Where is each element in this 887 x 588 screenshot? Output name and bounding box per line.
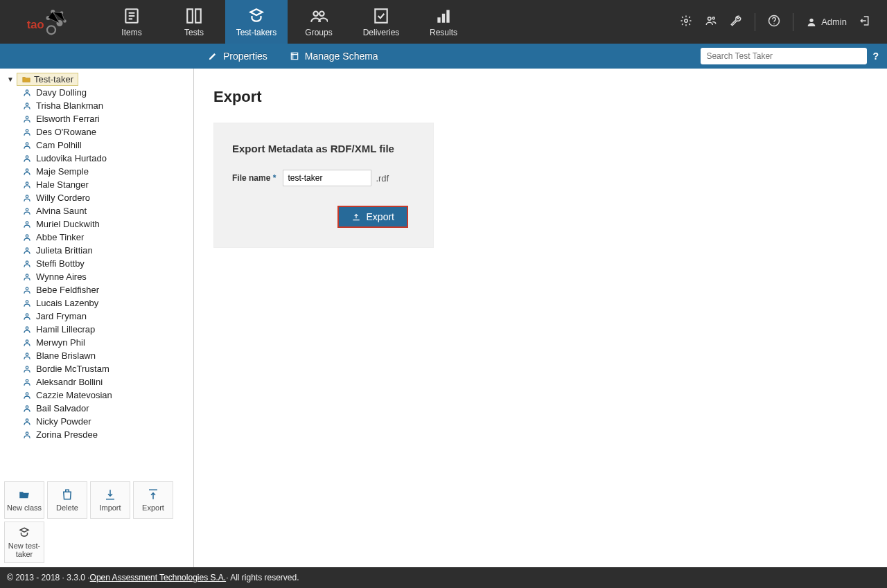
- person-icon: [22, 193, 32, 203]
- content-area: Export Export Metadata as RDF/XML file F…: [194, 69, 887, 567]
- panel-title: Export Metadata as RDF/XML file: [232, 143, 415, 154]
- file-suffix: .rdf: [376, 173, 389, 184]
- file-name-label: File name *: [232, 173, 276, 183]
- person-icon: [22, 391, 32, 400]
- tools-icon[interactable]: [730, 15, 742, 29]
- tree-leaf[interactable]: Jard Fryman: [22, 310, 191, 323]
- schema-icon: [290, 51, 299, 61]
- logo[interactable]: tao: [0, 5, 100, 39]
- person-icon: [22, 167, 32, 177]
- search-input[interactable]: [701, 48, 867, 64]
- main-nav: ItemsTestsTest-takersGroupsDeliveriesRes…: [100, 0, 475, 44]
- file-name-input[interactable]: [283, 170, 371, 186]
- svg-text:tao: tao: [27, 18, 44, 30]
- person-icon: [22, 220, 32, 229]
- sidebar-actions: New classDeleteImportExportNew test- tak…: [0, 477, 193, 567]
- person-icon: [22, 180, 32, 190]
- person-icon: [22, 272, 32, 282]
- properties-button[interactable]: Properties: [208, 51, 267, 62]
- groups-icon: [310, 7, 328, 25]
- person-icon: [22, 154, 32, 163]
- tree-leaf[interactable]: Blane Brislawn: [22, 349, 191, 362]
- tree-leaf[interactable]: Bordie McTrustam: [22, 362, 191, 375]
- nav-tests[interactable]: Tests: [163, 0, 225, 44]
- person-icon: [22, 430, 32, 440]
- help-icon[interactable]: [768, 15, 780, 29]
- footer: © 2013 - 2018 · 3.3.0 · Open Assessment …: [0, 567, 887, 588]
- tree-leaf[interactable]: Willy Cordero: [22, 191, 191, 204]
- person-icon: [22, 312, 32, 321]
- nav-deliveries[interactable]: Deliveries: [350, 0, 412, 44]
- items-icon: [123, 7, 141, 25]
- person-icon: [22, 259, 32, 269]
- manage-schema-button[interactable]: Manage Schema: [290, 51, 378, 62]
- tree-leaf[interactable]: Muriel Duckwith: [22, 217, 191, 231]
- tree-leaf[interactable]: Abbe Tinker: [22, 231, 191, 244]
- tree-leaf[interactable]: Nicky Powder: [22, 415, 191, 428]
- nav-items[interactable]: Items: [100, 0, 163, 44]
- person-icon: [22, 127, 32, 137]
- person-icon: [22, 404, 32, 413]
- action-export[interactable]: Export: [133, 481, 173, 519]
- person-icon: [22, 141, 32, 150]
- export-button[interactable]: Export: [337, 206, 408, 228]
- person-icon: [22, 364, 32, 374]
- deliveries-icon: [372, 7, 390, 25]
- action-import[interactable]: Import: [90, 481, 130, 519]
- tree-leaf[interactable]: Elsworth Ferrari: [22, 112, 191, 125]
- divider: [755, 13, 755, 31]
- sidebar: ▼ Test-taker Davy DollingTrisha Blankman…: [0, 69, 194, 567]
- tree-leaf[interactable]: Hale Stanger: [22, 178, 191, 191]
- nav-results[interactable]: Results: [412, 0, 475, 44]
- action-new-test-taker[interactable]: New test- taker: [4, 522, 44, 563]
- page-title: Export: [213, 88, 868, 106]
- tests-icon: [185, 7, 203, 25]
- tree-leaf[interactable]: Wynne Aires: [22, 270, 191, 283]
- logout-icon[interactable]: [859, 15, 872, 29]
- tree-leaf[interactable]: Lucais Lazenby: [22, 296, 191, 310]
- results-icon: [434, 7, 453, 25]
- nav-groups[interactable]: Groups: [288, 0, 350, 44]
- tree-leaf[interactable]: Cazzie Matevosian: [22, 389, 191, 402]
- action-delete[interactable]: Delete: [47, 481, 87, 519]
- tree-leaf[interactable]: Steffi Bottby: [22, 257, 191, 270]
- settings-icon[interactable]: [680, 15, 692, 29]
- action-bar: Properties Manage Schema ?: [0, 44, 887, 69]
- export-icon: [147, 488, 159, 501]
- tree-leaf[interactable]: Trisha Blankman: [22, 99, 191, 112]
- tree-leaf[interactable]: Hamil Lillecrap: [22, 323, 191, 336]
- svg-point-28: [47, 26, 55, 34]
- app-header: tao ItemsTestsTest-takersGroupsDeliverie…: [0, 0, 887, 44]
- tree-leaf[interactable]: Ludovika Hurtado: [22, 152, 191, 165]
- tree-leaf[interactable]: Bebe Feldfisher: [22, 283, 191, 296]
- tree-leaf[interactable]: Cam Polhill: [22, 139, 191, 152]
- delete-icon: [61, 488, 73, 501]
- test-takers-icon: [247, 7, 265, 25]
- tree-leaf[interactable]: Merwyn Phil: [22, 336, 191, 349]
- folder-icon: [21, 75, 31, 84]
- new-class-icon: [18, 488, 30, 501]
- footer-org-link[interactable]: Open Assessment Technologies S.A.: [90, 573, 227, 582]
- tree-leaf[interactable]: Bail Salvador: [22, 402, 191, 415]
- help-icon[interactable]: ?: [872, 51, 879, 62]
- tree-leaf[interactable]: Des O'Rowane: [22, 125, 191, 139]
- tree-root[interactable]: ▼ Test-taker: [7, 73, 191, 86]
- user-menu[interactable]: Admin: [806, 17, 847, 28]
- action-new-class[interactable]: New class: [4, 481, 44, 519]
- tree-leaf[interactable]: Aleksandr Bollini: [22, 375, 191, 389]
- tree-leaf[interactable]: Maje Semple: [22, 165, 191, 178]
- tree-leaf[interactable]: Julieta Brittian: [22, 244, 191, 257]
- tree-leaf[interactable]: Davy Dolling: [22, 86, 191, 99]
- pencil-icon: [208, 51, 218, 61]
- nav-test-takers[interactable]: Test-takers: [225, 0, 288, 44]
- person-icon: [22, 351, 32, 361]
- user-label: Admin: [821, 17, 847, 27]
- tree-panel: ▼ Test-taker Davy DollingTrisha Blankman…: [0, 69, 193, 477]
- tree-leaf[interactable]: Alvina Saunt: [22, 204, 191, 217]
- users-icon[interactable]: [705, 15, 717, 29]
- tree-toggle-icon[interactable]: ▼: [7, 75, 14, 83]
- new-test-taker-icon: [18, 526, 30, 539]
- tree-leaf[interactable]: Zorina Presdee: [22, 428, 191, 441]
- person-icon: [22, 377, 32, 387]
- search-icon[interactable]: [852, 51, 863, 62]
